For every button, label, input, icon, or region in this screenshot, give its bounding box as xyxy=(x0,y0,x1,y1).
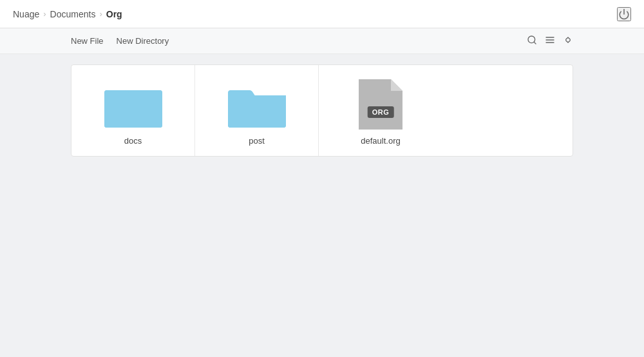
new-file-button[interactable]: New File xyxy=(71,36,104,46)
breadcrumb-org: Org xyxy=(106,9,122,19)
org-file-icon: ORG xyxy=(352,78,410,130)
breadcrumb-nuage[interactable]: Nuage xyxy=(13,9,39,19)
list-item[interactable]: post xyxy=(195,65,319,156)
toolbar-right xyxy=(527,35,573,47)
breadcrumb-sep-1: › xyxy=(43,9,46,19)
file-grid: docs post ORG xyxy=(71,64,573,157)
search-icon[interactable] xyxy=(527,35,537,47)
file-name: post xyxy=(249,136,265,146)
toolbar: New File New Directory xyxy=(0,28,644,54)
svg-line-2 xyxy=(534,42,536,44)
file-name: docs xyxy=(124,136,142,146)
folder-icon xyxy=(228,78,286,130)
svg-marker-9 xyxy=(391,79,402,91)
breadcrumb-sep-2: › xyxy=(99,9,102,19)
breadcrumb: Nuage › Documents › Org xyxy=(13,9,122,19)
list-item[interactable]: docs xyxy=(71,65,195,156)
folder-icon xyxy=(104,78,162,130)
main-content: docs post ORG xyxy=(0,54,644,167)
list-view-icon[interactable] xyxy=(545,35,555,47)
toolbar-left: New File New Directory xyxy=(71,36,169,46)
topbar: Nuage › Documents › Org xyxy=(0,0,644,28)
breadcrumb-documents[interactable]: Documents xyxy=(50,9,96,19)
new-directory-button[interactable]: New Directory xyxy=(117,36,169,46)
sort-icon[interactable] xyxy=(563,35,573,47)
power-button[interactable] xyxy=(617,7,631,21)
list-item[interactable]: ORG default.org xyxy=(319,65,442,156)
org-file-shape: ORG xyxy=(359,79,402,128)
org-badge: ORG xyxy=(368,106,394,118)
file-name: default.org xyxy=(361,136,400,146)
